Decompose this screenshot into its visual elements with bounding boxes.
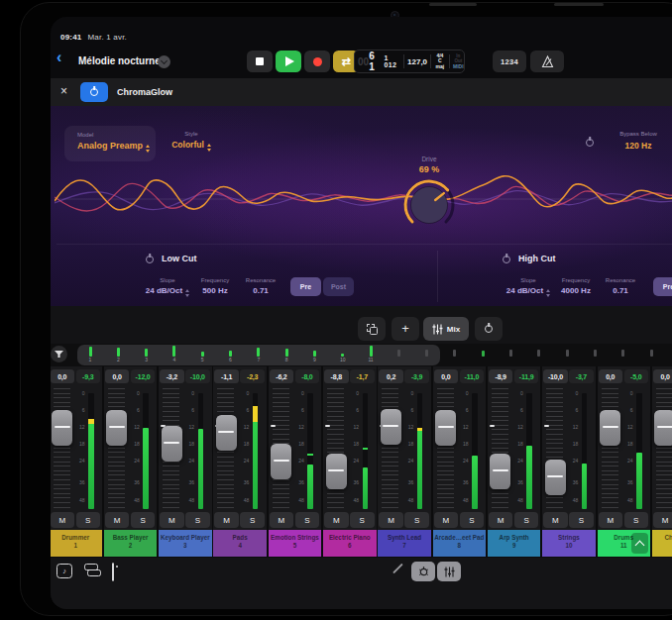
volume-fader[interactable] xyxy=(600,410,620,446)
volume-fader[interactable] xyxy=(326,454,347,489)
pre-button[interactable]: Pre xyxy=(653,277,672,296)
track-name-tab[interactable]: Synth Lead 7 xyxy=(378,530,431,557)
volume-value[interactable]: 0,0 xyxy=(653,369,672,383)
lcd-display[interactable]: 00 6 1 1 012 127,0 4/4 C maj In Out MIDI xyxy=(354,50,465,73)
track-name-tab[interactable]: Drums 11 xyxy=(598,530,651,557)
volume-fader[interactable] xyxy=(52,410,72,446)
solo-button[interactable]: S xyxy=(131,512,156,528)
track-name-tab[interactable]: Drummer 1 xyxy=(51,530,102,557)
mixer-view-button[interactable] xyxy=(437,562,461,581)
volume-fader[interactable] xyxy=(271,444,291,479)
solo-button[interactable]: S xyxy=(404,512,429,528)
volume-value[interactable]: 0,0 xyxy=(105,369,130,383)
track-name-tab[interactable]: Pads 4 xyxy=(213,530,267,557)
volume-value[interactable]: -8,9 xyxy=(489,369,513,383)
filter-button[interactable] xyxy=(51,346,67,362)
volume-value[interactable]: -8,8 xyxy=(324,369,349,383)
volume-value[interactable]: 0,2 xyxy=(379,369,403,383)
mute-button[interactable]: M xyxy=(653,512,672,528)
solo-button[interactable]: S xyxy=(350,512,375,528)
mute-button[interactable]: M xyxy=(599,512,623,528)
resonance-value[interactable]: 0.71 xyxy=(231,286,290,295)
solo-button[interactable]: S xyxy=(295,512,320,528)
duplicate-button[interactable] xyxy=(358,317,386,341)
track-number: 12 xyxy=(652,542,672,551)
post-button[interactable]: Post xyxy=(323,277,354,296)
bypass-power-icon[interactable] xyxy=(586,139,594,147)
solo-button[interactable]: S xyxy=(514,512,539,528)
resonance-value[interactable]: 0.71 xyxy=(591,286,650,295)
mute-button[interactable]: M xyxy=(51,512,74,528)
volume-fader[interactable] xyxy=(162,426,182,462)
overview-meter xyxy=(509,350,512,357)
volume-value[interactable]: 0,0 xyxy=(434,369,459,383)
overview-meter xyxy=(285,349,288,357)
power-icon xyxy=(485,325,493,333)
track-name-tab[interactable]: Keyboard Player 3 xyxy=(159,530,212,557)
track-name-tab[interactable]: Arp Synth 9 xyxy=(488,530,541,557)
track-name-tab[interactable]: Chorus V 12 xyxy=(652,530,672,557)
mute-button[interactable]: M xyxy=(543,512,568,528)
metronome-button[interactable] xyxy=(530,51,564,72)
track-name-tab[interactable]: Arcade…eet Pad 8 xyxy=(433,530,487,557)
volume-fader[interactable] xyxy=(435,410,456,446)
volume-fader[interactable] xyxy=(490,454,510,489)
volume-value[interactable]: -6,2 xyxy=(270,369,294,383)
close-plugin-button[interactable]: × xyxy=(60,83,67,99)
play-surface-button[interactable] xyxy=(112,564,114,581)
high-cut-power-icon[interactable] xyxy=(503,256,510,263)
track-name-tab[interactable]: Emotion Strings 5 xyxy=(269,530,322,557)
volume-value[interactable]: -1,1 xyxy=(214,369,239,383)
add-track-button[interactable]: + xyxy=(392,317,419,341)
solo-button[interactable]: S xyxy=(624,512,649,528)
project-title[interactable]: Mélodie nocturne xyxy=(78,55,161,66)
record-button[interactable] xyxy=(304,51,330,72)
plugin-power-button[interactable] xyxy=(80,82,108,102)
play-button[interactable] xyxy=(276,51,301,72)
solo-button[interactable]: S xyxy=(76,512,101,528)
bypass-below-value[interactable]: 120 Hz xyxy=(604,141,672,151)
track-name-tab[interactable]: Electric Piano 6 xyxy=(323,530,377,557)
volume-fader[interactable] xyxy=(106,410,127,446)
model-selector[interactable]: Model Analog Preamp xyxy=(64,126,156,161)
stop-button[interactable] xyxy=(247,51,273,72)
solo-button[interactable]: S xyxy=(460,512,485,528)
style-selector[interactable]: Colorful xyxy=(162,140,221,152)
track-name-tab[interactable]: Strings 10 xyxy=(542,530,596,557)
volume-value[interactable]: 0,0 xyxy=(599,369,623,383)
mute-button[interactable]: M xyxy=(489,512,513,528)
collapse-button[interactable] xyxy=(631,533,648,554)
low-cut-power-icon[interactable] xyxy=(146,256,154,263)
volume-fader[interactable] xyxy=(654,410,672,446)
volume-value[interactable]: 0,0 xyxy=(51,369,74,383)
solo-button[interactable]: S xyxy=(569,512,594,528)
mixer-power-button[interactable] xyxy=(475,317,503,341)
count-in-button[interactable]: 1234 xyxy=(493,51,526,72)
controls-view-button[interactable] xyxy=(411,562,435,581)
mute-button[interactable]: M xyxy=(270,512,294,528)
mix-view-button[interactable]: Mix xyxy=(423,317,469,341)
mute-button[interactable]: M xyxy=(434,512,459,528)
pre-button[interactable]: Pre xyxy=(290,277,321,296)
drive-knob[interactable] xyxy=(401,177,457,233)
solo-button[interactable]: S xyxy=(185,512,210,528)
note-icon: ♪ xyxy=(62,567,66,575)
loop-browser-button[interactable]: ♪ xyxy=(56,564,72,578)
solo-button[interactable]: S xyxy=(240,512,265,528)
volume-fader[interactable] xyxy=(545,460,566,495)
volume-fader[interactable] xyxy=(381,409,401,445)
volume-fader[interactable] xyxy=(216,415,237,451)
plugins-button[interactable] xyxy=(84,564,101,576)
mute-button[interactable]: M xyxy=(214,512,239,528)
volume-value[interactable]: -10,0 xyxy=(543,369,568,383)
volume-value[interactable]: -3,2 xyxy=(160,369,184,383)
mute-button[interactable]: M xyxy=(105,512,130,528)
project-menu-button[interactable] xyxy=(158,55,170,68)
mute-button[interactable]: M xyxy=(324,512,349,528)
high-cut-title: High Cut xyxy=(518,254,556,263)
track-name-tab[interactable]: Bass Player 2 xyxy=(104,530,158,557)
meter-scale-label: 18 xyxy=(564,441,578,447)
back-chevron-icon[interactable]: ‹ xyxy=(56,50,61,65)
mute-button[interactable]: M xyxy=(379,512,403,528)
mute-button[interactable]: M xyxy=(160,512,184,528)
